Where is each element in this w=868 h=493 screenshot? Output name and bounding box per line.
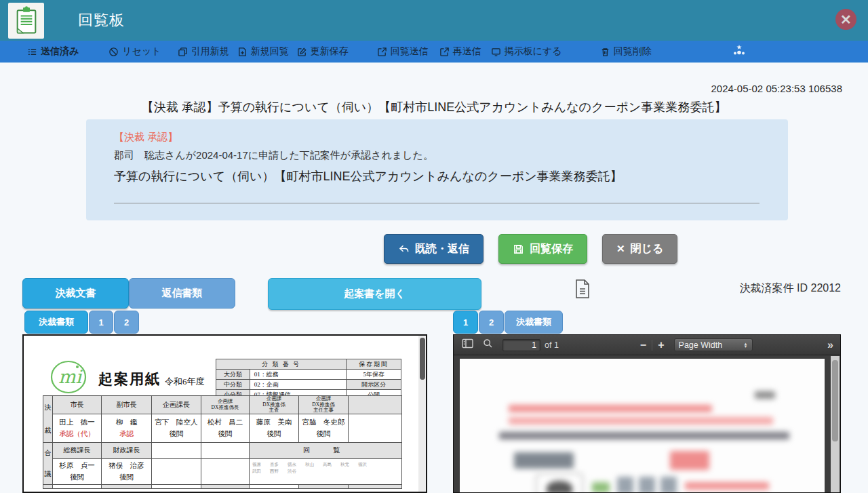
subject-title: 【決裁 承認】予算の執行について（伺い）【町村市LINE公式アカウントみんなのク…	[0, 99, 868, 115]
svg-text:mi: mi	[58, 366, 83, 387]
send-icon	[439, 47, 450, 57]
right-viewer-scrollbar[interactable]	[831, 356, 840, 492]
tab-reply-documents[interactable]: 返信書類	[129, 278, 235, 309]
signer-cell: 松村 昌二後閲	[201, 414, 250, 442]
signer-cell: 宮下 陸空人後閲	[152, 414, 201, 442]
page-count-label: of 1	[545, 340, 559, 350]
titlebar: 回覧板 ✕	[0, 0, 868, 41]
circulation-names: 福原 喜多 徳永 秋山 高島 秋元 福沢 武田 西野 渋谷	[250, 458, 402, 484]
toolbar: 送信済み リセット 引用新規 新規回覧 更新保存 回覧送信 再送信 掲示板にす	[0, 41, 868, 63]
draft-form-title: 起案用紙	[98, 370, 161, 389]
pdf-page	[460, 359, 825, 492]
read-reply-button[interactable]: 既読・返信	[384, 234, 484, 264]
signer-cell: 柳 鑑承認	[102, 414, 152, 442]
select-arrows-icon: ▲▼	[744, 342, 748, 348]
open-draft-button[interactable]: 起案書を開く	[268, 278, 481, 310]
list-icon	[27, 47, 37, 57]
send-icon	[377, 47, 387, 57]
app-icon	[8, 3, 44, 39]
signer-cell: 杉原 貞一後閲	[53, 458, 102, 484]
toolbar-quote-new-button[interactable]: 引用新規	[178, 45, 229, 58]
approval-tag: 【決裁 承認】	[114, 131, 178, 144]
toolbar-make-board-button[interactable]: 掲示板にする	[491, 45, 562, 58]
close-button[interactable]: ✕ 閉じる	[602, 234, 677, 264]
sidebar-toggle-icon[interactable]	[462, 338, 473, 351]
search-icon[interactable]	[483, 338, 493, 351]
reply-icon	[398, 243, 410, 255]
notice-divider	[114, 203, 760, 203]
document-file-icon[interactable]	[574, 279, 591, 302]
page-number-input[interactable]	[502, 339, 540, 351]
timestamp: 2024-05-02 05:23:53 106538	[711, 83, 842, 94]
left-viewer-scrollbar[interactable]	[418, 336, 426, 492]
circular-board-window: 回覧板 ✕ 送信済み リセット 引用新規 新規回覧 更新保存 回覧送信	[0, 0, 868, 493]
page-title: 回覧板	[78, 0, 125, 41]
left-subtab-approval-docs[interactable]: 決裁書類	[24, 311, 88, 334]
copy-icon	[178, 47, 188, 57]
toolbar-sent-button[interactable]: 送信済み	[27, 45, 79, 58]
action-buttons: 既読・返信 回覧保存 ✕ 閉じる	[384, 234, 677, 264]
close-x-icon: ✕	[616, 243, 625, 255]
signer-cell: 猪俣 治彦後閲	[102, 458, 152, 484]
approval-message: 郡司 聡志さんが2024-04-17に申請した下記案件が承認されました。	[114, 149, 433, 162]
council-side-label: 合議	[43, 442, 53, 484]
toolbar-reset-button[interactable]: リセット	[108, 45, 161, 58]
signer-cell: 宮脇 冬史郎後閲	[299, 414, 349, 442]
left-subtab-1[interactable]: 1	[89, 311, 113, 334]
toolbar-separator	[652, 340, 652, 351]
classification-table: 分 類 番 号 保存期間 大分類 01：総務 5年保存 中分類 02：企画 開示…	[216, 359, 401, 400]
close-window-button[interactable]: ✕	[835, 9, 856, 30]
floppy-icon	[513, 243, 524, 255]
clipboard-icon	[13, 5, 40, 37]
approval-case-title: 予算の執行について（伺い）【町村市LINE公式アカウントみんなのクーポン事業業務…	[114, 168, 623, 184]
toolbar-new-circular-button[interactable]: 新規回覧	[237, 45, 289, 58]
signer-cell: 藤原 美南後閲	[250, 414, 299, 442]
save-circular-button[interactable]: 回覧保存	[498, 234, 587, 264]
pdf-viewer: of 1 − + Page Width ▲▼ »	[453, 334, 841, 493]
zoom-in-button[interactable]: +	[658, 339, 664, 351]
monitor-icon	[491, 47, 501, 57]
ban-icon	[108, 47, 119, 57]
zoom-out-button[interactable]: −	[640, 339, 646, 351]
pdf-toolbar: of 1 − + Page Width ▲▼ »	[454, 335, 840, 355]
edit-icon	[297, 47, 307, 57]
fiscal-year: 令和6年度	[165, 376, 205, 388]
zoom-level-select[interactable]: Page Width ▲▼	[674, 338, 753, 351]
right-subtab-approval-docs[interactable]: 決裁書類	[505, 311, 563, 334]
toolbar-send-circular-button[interactable]: 回覧送信	[377, 45, 429, 58]
trash-icon	[600, 47, 610, 57]
left-subtab-2[interactable]: 2	[114, 311, 139, 334]
case-id-label: 決裁済案件 ID 22012	[740, 281, 841, 296]
draft-document-page: mi 起案用紙 令和6年度 分 類 番 号 保存期間 大分類 01：総務 5年保…	[24, 336, 418, 492]
signer-cell: 田上 徳一承認（代）	[53, 414, 102, 442]
tab-approval-document[interactable]: 決裁文書	[22, 278, 129, 309]
toolbar-overflow-chevron[interactable]: »	[827, 339, 833, 351]
toolbar-delete-circular-button[interactable]: 回覧削除	[600, 45, 652, 58]
city-logo: mi	[50, 359, 93, 399]
approval-notice-box: 【決裁 承認】 郡司 聡志さんが2024-04-17に申請した下記案件が承認され…	[86, 119, 788, 220]
file-plus-icon	[237, 47, 248, 57]
draft-document-viewer: mi 起案用紙 令和6年度 分 類 番 号 保存期間 大分類 01：総務 5年保…	[22, 334, 427, 493]
star-dock-icon[interactable]	[732, 44, 746, 56]
close-icon: ✕	[840, 13, 852, 26]
right-subtab-2[interactable]: 2	[479, 311, 504, 334]
approval-side-label: 決裁	[43, 396, 53, 443]
toolbar-resend-button[interactable]: 再送信	[439, 45, 481, 58]
approval-table: 決裁 市長 副市長 企画課長 企画課 DX推進係長 企画課 DX推進係 主査 企…	[43, 395, 402, 489]
toolbar-update-save-button[interactable]: 更新保存	[297, 45, 349, 58]
right-subtab-1[interactable]: 1	[453, 311, 478, 334]
